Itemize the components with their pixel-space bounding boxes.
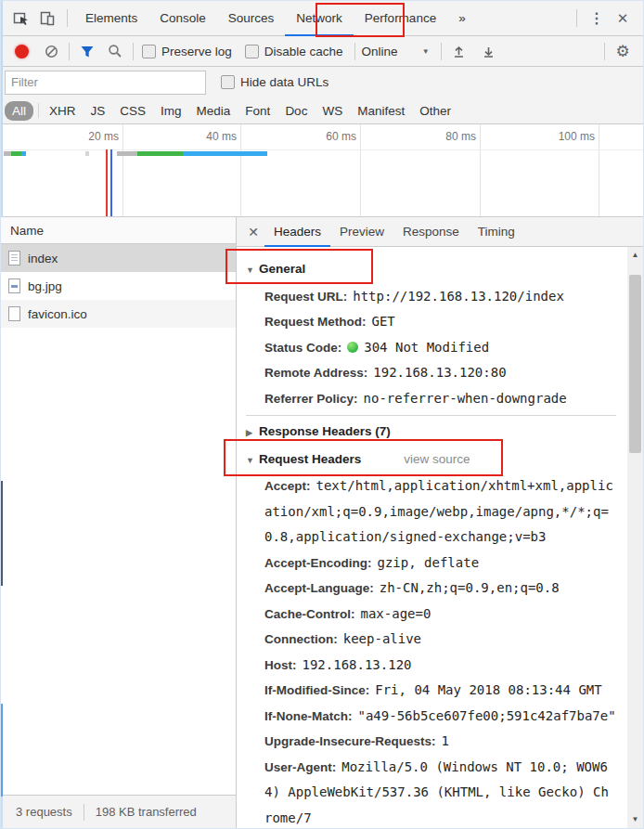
status-success-icon [347, 342, 358, 353]
header-field: Cache-Control:max-age=0 [246, 602, 616, 628]
annotation-box-request-headers [224, 439, 503, 476]
annotation-box-network-tab [316, 3, 405, 37]
network-main-area: Name index bg.jpg favicon.ico 3 requests… [1, 217, 643, 828]
divider [576, 9, 577, 27]
type-filter-font[interactable]: Font [238, 104, 277, 118]
disable-cache-toggle[interactable]: Disable cache [245, 45, 343, 58]
background-page-edge [1, 797, 3, 829]
tab-console[interactable]: Console [148, 1, 217, 35]
request-row-favicon[interactable]: favicon.ico [1, 300, 236, 328]
requests-panel: Name index bg.jpg favicon.ico 3 requests… [1, 217, 236, 828]
type-filter-manifest[interactable]: Manifest [350, 104, 412, 118]
header-field: User-Agent:Mozilla/5.0 (Windows NT 10.0;… [246, 755, 616, 829]
waterfall [1, 149, 643, 216]
load-event-marker [110, 149, 112, 216]
load-event-marker [106, 149, 108, 216]
filter-input[interactable] [5, 71, 206, 95]
inspect-element-icon[interactable] [8, 6, 34, 31]
network-overview-timeline[interactable]: 20 ms 40 ms 60 ms 80 ms 100 ms [1, 124, 643, 217]
scrollbar[interactable]: ▲ ▼ [627, 247, 643, 828]
divider [38, 103, 39, 118]
type-filter-ws[interactable]: WS [315, 104, 350, 118]
tick-label: 40 ms [172, 130, 237, 143]
generic-file-icon [8, 306, 20, 321]
divider [604, 43, 605, 60]
divider [84, 804, 84, 821]
search-icon[interactable] [104, 40, 126, 62]
type-filter-img[interactable]: Img [153, 104, 189, 118]
name-column-header[interactable]: Name [1, 217, 236, 244]
record-button[interactable] [10, 40, 32, 62]
preserve-log-toggle[interactable]: Preserve log [142, 45, 232, 58]
type-filter-all[interactable]: All [5, 101, 33, 121]
transferred-size: 198 KB transferred [96, 805, 197, 819]
divider [354, 43, 355, 60]
header-field: Referrer Policy:no-referrer-when-downgra… [246, 386, 616, 412]
background-page-edge [1, 481, 3, 586]
chevron-down-icon: ▼ [422, 47, 430, 56]
background-page-edge [1, 704, 3, 797]
type-filter-media[interactable]: Media [189, 104, 238, 118]
divider [67, 9, 68, 27]
image-file-icon [8, 278, 20, 293]
network-toolbar: Preserve log Disable cache Online ▼ ⚙ [1, 36, 643, 67]
document-file-icon [8, 251, 20, 266]
header-field: Accept:text/html,application/xhtml+xml,a… [246, 473, 616, 551]
tick-label: 100 ms [530, 130, 595, 143]
scrollbar-thumb[interactable] [629, 275, 641, 453]
preserve-log-checkbox[interactable] [142, 45, 156, 58]
close-details-icon[interactable]: ✕ [242, 221, 264, 243]
throttling-value: Online [362, 45, 398, 58]
header-field: If-Modified-Since:Fri, 04 May 2018 08:13… [246, 678, 616, 704]
request-count: 3 requests [16, 805, 72, 819]
filter-icon[interactable] [76, 40, 98, 62]
clear-icon[interactable] [40, 40, 62, 62]
close-devtools-icon[interactable]: ✕ [610, 6, 636, 31]
settings-gear-icon[interactable]: ⚙ [612, 40, 634, 62]
type-filter-css[interactable]: CSS [112, 104, 153, 118]
import-har-icon[interactable] [448, 40, 470, 62]
divider [69, 43, 70, 60]
devtools-menu-icon[interactable]: ⋮ [584, 6, 610, 31]
disable-cache-label: Disable cache [264, 45, 343, 58]
tab-response[interactable]: Response [393, 217, 469, 246]
header-field: Accept-Language:zh-CN,zh;q=0.9,en;q=0.8 [246, 576, 616, 602]
type-filter-other[interactable]: Other [412, 104, 458, 118]
hide-data-urls-toggle[interactable]: Hide data URLs [221, 75, 328, 89]
background-page-edge [1, 1, 3, 217]
device-toolbar-icon[interactable] [34, 6, 60, 31]
header-field: Accept-Encoding:gzip, deflate [246, 551, 616, 576]
annotation-box-general [225, 249, 373, 284]
hide-data-urls-label: Hide data URLs [240, 75, 328, 89]
header-field: If-None-Match:"a49-56b5ce607fe00;591c42a… [246, 704, 616, 730]
devtools-window: Elements Console Sources Network Perform… [0, 0, 644, 829]
tab-elements[interactable]: Elements [74, 1, 148, 35]
type-filter-doc[interactable]: Doc [277, 104, 315, 118]
scroll-up-icon[interactable]: ▲ [627, 247, 643, 262]
more-tabs-button[interactable]: » [447, 1, 477, 35]
divider [133, 43, 134, 60]
request-name: bg.jpg [28, 279, 62, 293]
scroll-down-icon[interactable]: ▼ [627, 811, 643, 826]
headers-content: ▼General Request URL:http://192.168.13.1… [237, 247, 627, 828]
hide-data-urls-checkbox[interactable] [221, 75, 235, 89]
request-row-bg-jpg[interactable]: bg.jpg [1, 272, 236, 300]
type-filter-js[interactable]: JS [84, 104, 113, 118]
disable-cache-checkbox[interactable] [245, 45, 259, 58]
header-field: Upgrade-Insecure-Requests:1 [246, 729, 616, 755]
throttling-dropdown[interactable]: Online ▼ [362, 45, 430, 58]
waterfall-bar [4, 151, 26, 156]
export-har-icon[interactable] [478, 40, 500, 62]
request-name: favicon.ico [28, 307, 87, 321]
waterfall-bar [85, 151, 89, 156]
tab-preview[interactable]: Preview [330, 217, 393, 246]
type-filter-xhr[interactable]: XHR [42, 104, 84, 118]
waterfall-bar [117, 151, 267, 156]
section-divider [246, 415, 616, 416]
network-summary-bar: 3 requests 198 KB transferred [1, 795, 236, 828]
tab-headers[interactable]: Headers [264, 218, 330, 247]
request-row-index[interactable]: index [1, 244, 236, 272]
tab-timing[interactable]: Timing [469, 217, 524, 246]
header-field: Remote Address:192.168.13.120:80 [246, 360, 616, 386]
tab-sources[interactable]: Sources [217, 1, 286, 35]
